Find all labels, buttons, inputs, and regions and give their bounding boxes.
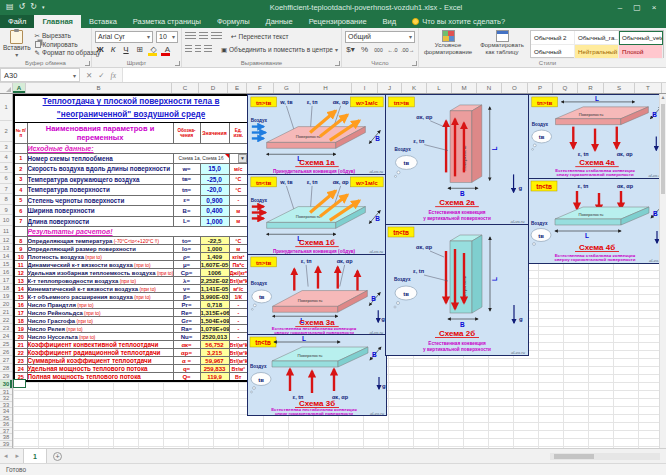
tab-view[interactable]: Вид xyxy=(375,15,405,28)
row-number-cell[interactable]: 19 xyxy=(14,325,27,333)
unit-cell[interactable]: °С xyxy=(229,237,248,245)
symbol-cell[interactable]: lо= xyxy=(173,245,200,253)
font-name-combo[interactable]: Arial Cyr▾ xyxy=(95,31,153,43)
value-cell[interactable]: 1,000 xyxy=(200,216,229,227)
param-name-cell[interactable]: К-т теплопроводности воздуха (при tо) xyxy=(27,277,173,285)
unit-cell[interactable]: - xyxy=(229,325,248,333)
symbol-cell[interactable]: Q= xyxy=(173,373,200,382)
column-header-C[interactable]: C xyxy=(172,83,199,93)
header-unit[interactable]: Ед. изм. xyxy=(229,122,248,143)
param-name-cell[interactable]: Температура окружающего воздуха xyxy=(27,174,173,185)
value-cell[interactable]: -25,0 xyxy=(200,174,229,185)
row-header-18[interactable]: 18 xyxy=(0,284,12,292)
formula-input[interactable] xyxy=(123,68,666,82)
minimize-button[interactable]: – xyxy=(612,3,628,12)
italic-button[interactable]: К xyxy=(108,45,118,54)
name-box[interactable]: A30▾ xyxy=(0,68,80,82)
row-header-4[interactable]: 4 xyxy=(0,152,12,163)
unit-cell[interactable]: м xyxy=(229,206,248,217)
row-number-cell[interactable]: 15 xyxy=(14,293,27,301)
vertical-scrollbar[interactable]: ▲ xyxy=(659,94,666,448)
value-cell[interactable]: 0,400 xyxy=(200,206,229,217)
column-header-A[interactable]: A xyxy=(13,83,26,93)
symbol-cell[interactable]: Ra= xyxy=(173,325,200,333)
symbol-cell[interactable]: B= xyxy=(173,206,200,217)
format-painter-button[interactable]: ✎Формат по образцу xyxy=(35,49,101,57)
tab-home[interactable]: Главная xyxy=(34,15,81,28)
param-name-cell[interactable]: К-т объемного расширения воздуха (при tо… xyxy=(27,293,173,301)
row-number-cell[interactable]: 9 xyxy=(14,245,27,253)
symbol-cell[interactable]: Re= xyxy=(173,309,200,317)
scheme-2b-diagram[interactable]: tп<tв Поверхность αк, αр ε, tп Воздух tв… xyxy=(386,225,528,355)
row-number-cell[interactable]: 21 xyxy=(14,341,27,349)
unit-cell[interactable]: Вт/(м²К) xyxy=(229,341,248,349)
row-number-cell[interactable]: 4 xyxy=(14,185,27,196)
wrap-text-button[interactable]: ↩Перенести текст xyxy=(231,33,289,41)
header-symbol[interactable]: Обозна- чения xyxy=(173,122,200,143)
row-header-2[interactable]: 2 xyxy=(0,121,12,142)
tab-page-layout[interactable]: Разметка страницы xyxy=(125,15,209,28)
unit-cell[interactable]: Вт/м² xyxy=(229,365,248,373)
fill-color-button[interactable]: ◇ xyxy=(148,45,159,54)
paste-button[interactable]: Вставить ▾ xyxy=(3,30,31,58)
value-cell[interactable]: 56,752 xyxy=(200,341,229,349)
scheme-3b-diagram[interactable]: tп<tв L Поверхность ε, tп αк, αр Воздух … xyxy=(248,335,386,415)
column-header-P[interactable]: P xyxy=(528,83,553,93)
param-name-cell[interactable]: Число Рейнольдса (при tо) xyxy=(27,309,173,317)
symbol-cell[interactable]: ρ= xyxy=(173,253,200,261)
row-number-cell[interactable]: 17 xyxy=(14,309,27,317)
value-cell[interactable]: 1,079E+09 xyxy=(200,325,229,333)
font-color-button[interactable]: А xyxy=(162,45,173,54)
symbol-cell[interactable]: tв= xyxy=(173,174,200,185)
column-header-G[interactable]: G xyxy=(274,83,300,93)
select-all-corner[interactable] xyxy=(0,83,13,93)
unit-cell[interactable]: 1/К xyxy=(229,293,248,301)
row-header-22[interactable]: 22 xyxy=(0,316,12,324)
row-header-11[interactable]: 11 xyxy=(0,226,12,236)
row-header-39[interactable]: 39 xyxy=(0,441,12,448)
column-header-I[interactable]: I xyxy=(352,83,378,93)
column-header-E[interactable]: E xyxy=(228,83,247,93)
section-label-cell[interactable]: Исходные данные: xyxy=(27,143,248,153)
column-header-S[interactable]: S xyxy=(604,83,635,93)
row-header-14[interactable]: 14 xyxy=(0,252,12,260)
row-header-24[interactable]: 24 xyxy=(0,332,12,340)
value-cell[interactable]: 1,000 xyxy=(200,245,229,253)
value-cell[interactable]: 15,0 xyxy=(200,164,229,175)
style-chip-2[interactable]: Обычный_veter xyxy=(619,31,663,45)
row-number-cell[interactable]: 3 xyxy=(14,174,27,185)
row-header-10[interactable]: 10 xyxy=(0,215,12,226)
param-name-cell[interactable]: Кинематический к-т вязкости воздуха (при… xyxy=(27,285,173,293)
qat-customize-icon[interactable]: ▾ xyxy=(42,2,45,12)
column-header-K[interactable]: K xyxy=(402,83,427,93)
column-header-H[interactable]: H xyxy=(300,83,352,93)
symbol-cell[interactable]: Pr= xyxy=(173,301,200,309)
unit-cell[interactable]: Вт/(м²К) xyxy=(229,349,248,357)
hscroll-thumb[interactable] xyxy=(554,454,594,459)
format-as-table-button[interactable]: Форматировать как таблицу xyxy=(476,30,528,58)
value-cell[interactable]: 119,9 xyxy=(200,373,229,382)
section-label-cell[interactable]: Результаты расчетов! xyxy=(27,227,248,237)
row-header-23[interactable]: 23 xyxy=(0,324,12,332)
table-title-cell[interactable]: Теплоотдача у плоской поверхности тела в… xyxy=(14,95,248,122)
param-name-cell[interactable]: Число Прандтля (при tо) xyxy=(27,301,173,309)
restore-button[interactable]: ▢ xyxy=(629,3,645,12)
row-number-cell[interactable]: 24 xyxy=(14,365,27,373)
style-chip-4[interactable]: Нейтральный xyxy=(575,45,619,59)
tab-review[interactable]: Рецензирование xyxy=(301,15,375,28)
symbol-cell[interactable]: ε= xyxy=(173,195,200,206)
row-number-cell[interactable]: 8 xyxy=(14,237,27,245)
cell[interactable] xyxy=(14,227,27,237)
increase-decimal-icon[interactable]: ←.0 xyxy=(387,47,398,53)
symbol-cell[interactable]: tо= xyxy=(173,237,200,245)
unit-cell[interactable]: - xyxy=(229,301,248,309)
symbol-cell[interactable]: q= xyxy=(173,365,200,373)
param-name-cell[interactable]: Плотность воздуха (при tо) xyxy=(27,253,173,261)
value-cell[interactable]: 2,252E-02 xyxy=(200,277,229,285)
save-icon[interactable]: ▤ xyxy=(6,2,14,12)
unit-cell[interactable]: °С xyxy=(229,174,248,185)
scheme-3a-diagram[interactable]: tп>tв ε, tп αк, αр Воздух tв Поверхность… xyxy=(248,255,386,335)
column-header-J[interactable]: J xyxy=(378,83,402,93)
borders-button[interactable]: ⊞ xyxy=(134,45,145,54)
scheme-1a-diagram[interactable]: tп>tв w>1м/с w, tв ε, tп αк, αр Воздух П… xyxy=(248,95,386,175)
